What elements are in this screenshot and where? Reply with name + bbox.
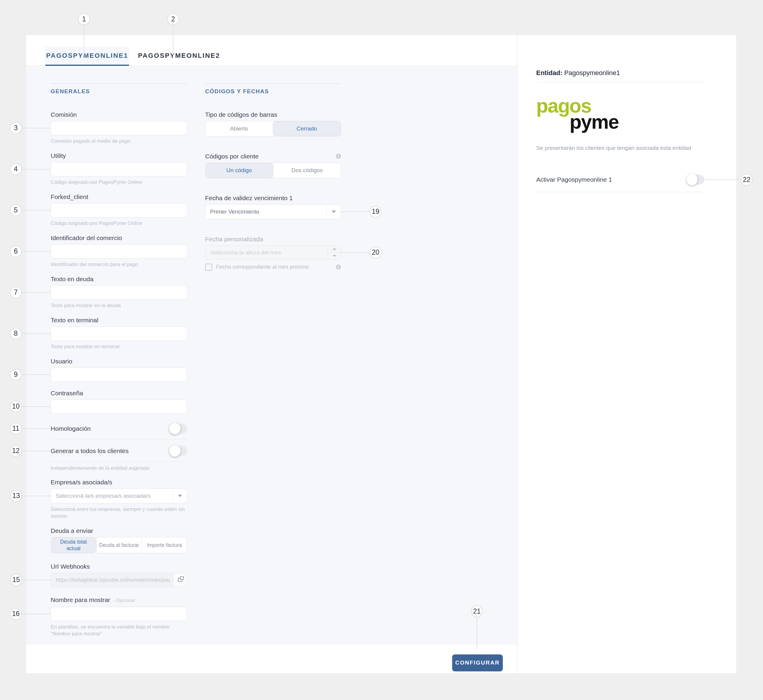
tab-pagospymeonline1[interactable]: PAGOSPYMEONLINE1 — [45, 47, 129, 66]
field-helper: Comisión pagada al medio de pago — [51, 138, 187, 144]
info-icon[interactable]: i — [336, 154, 341, 159]
annotation-line-7 — [21, 292, 51, 293]
fecha-validez-select[interactable]: Primer Vencimiento 19 — [205, 204, 341, 219]
segment-option-cerrado[interactable]: Cerrado — [273, 121, 341, 136]
settings-card: PAGOSPYMEONLINE1 PAGOSPYMEONLINE2 GENERA… — [26, 35, 736, 673]
toggle-row-generar-a-todos-los-clientes: Generar a todos los clientes12 — [51, 444, 187, 462]
segment-option-deuda-total-actual[interactable]: Deuda total actual — [51, 538, 96, 553]
form-content: GENERALES Comisión3Comisión pagada al me… — [26, 66, 517, 645]
configurar-button[interactable]: CONFIGURAR — [452, 655, 503, 672]
empresa-label: Empresa/s asociada/s — [51, 478, 187, 486]
annotation-badge-11: 11 — [10, 423, 22, 434]
annotation-line-21 — [476, 617, 477, 649]
field-group-codigos-cliente: Códigos por cliente i Un códigoDos códig… — [205, 153, 341, 178]
annotation-badge-20: 20 — [370, 247, 381, 259]
field-group-tipo-codigos: Tipo de códigos de barras AbiertoCerrado… — [205, 111, 341, 136]
pagospyme-logo: pagos pyme — [536, 96, 661, 143]
tipo-codigos-segmented-control: AbiertoCerrado17 — [205, 121, 341, 136]
segment-option-deuda-al-facturar[interactable]: Deuda al facturar — [96, 538, 142, 553]
field-label: Contraseña — [51, 389, 187, 397]
field-group-texto-en-terminal: Texto en terminal8Texto para mostrar en … — [51, 316, 187, 350]
toggle-label: Homologación — [51, 425, 91, 432]
chevron-down-icon — [172, 489, 187, 503]
field-group-fecha-personalizada: Fecha personalizada Selecciona la altura… — [205, 235, 341, 271]
footer-bar: CONFIGURAR — [26, 645, 517, 673]
texto-en-deuda-input[interactable] — [51, 285, 187, 300]
homologaci-n-toggle[interactable] — [170, 423, 187, 434]
tab-pagospymeonline2[interactable]: PAGOSPYMEONLINE2 — [129, 47, 229, 66]
annotation-badge-5: 5 — [10, 204, 22, 216]
annotation-line-1 — [84, 25, 85, 55]
webhooks-label: Url Webhooks — [51, 562, 187, 570]
field-group-fecha-validez: Fecha de validez vencimiento 1 Primer Ve… — [205, 194, 341, 219]
usuario-input[interactable] — [51, 367, 187, 382]
utility-input[interactable] — [51, 162, 187, 177]
main-panel: PAGOSPYMEONLINE1 PAGOSPYMEONLINE2 GENERA… — [26, 35, 517, 673]
annotation-badge-4: 4 — [10, 163, 22, 175]
section-title-generales: GENERALES — [51, 88, 187, 95]
info-icon[interactable]: i — [336, 264, 341, 270]
annotation-line-12 — [21, 451, 51, 451]
annotation-badge-21: 21 — [471, 605, 483, 617]
segment-option-importe-factura[interactable]: Importe factura — [142, 538, 187, 553]
field-group-contrase-a: Contraseña10 — [51, 389, 187, 414]
annotation-line-5 — [21, 210, 51, 211]
entity-title: Entidad: Pagospymeonline1 — [536, 69, 704, 82]
annotation-badge-3: 3 — [10, 122, 22, 134]
toggle-helper: Independientemente de la entidad asginad… — [51, 465, 187, 471]
field-group-empresa: Empresa/s asociada/s Seleccioná la/s emp… — [51, 478, 187, 519]
field-group-deuda: Deuda a enviar Deuda total actualDeuda a… — [51, 527, 187, 553]
copy-button[interactable] — [173, 573, 187, 587]
tab-bar: PAGOSPYMEONLINE1 PAGOSPYMEONLINE2 — [26, 35, 517, 66]
generar-a-todos-los-clientes-toggle[interactable] — [170, 446, 187, 456]
field-helper: Texto para mostrar en la deuda — [51, 302, 187, 309]
contrase-a-input[interactable] — [51, 400, 187, 414]
mes-proximo-row: Fecha correspondiente al mes próximo i — [205, 264, 341, 271]
segment-option-abierto[interactable]: Abierto — [205, 121, 273, 136]
section-divider — [51, 83, 187, 84]
annotation-badge-7: 7 — [10, 287, 22, 298]
deuda-label: Deuda a enviar — [51, 527, 187, 535]
annotation-line-9 — [21, 374, 51, 375]
annotation-line-4 — [21, 169, 51, 169]
fecha-personalizada-label: Fecha personalizada — [205, 235, 341, 243]
fecha-validez-value: Primer Vencimiento — [210, 208, 259, 215]
nombre-input[interactable] — [51, 607, 187, 621]
empresa-helper: Seleccioná entre tus empresas, siempre y… — [51, 506, 187, 519]
number-spinner — [327, 246, 341, 259]
annotation-badge-1: 1 — [78, 13, 90, 25]
empresa-select[interactable]: Seleccioná la/s empresa/s asociada/s 13 — [51, 489, 187, 503]
identificador-del-comercio-input[interactable] — [51, 244, 187, 259]
webhooks-value: https://betaglobal.ispcube.online/webhoo… — [56, 577, 169, 583]
segment-option-dos-c-digos[interactable]: Dos códigos — [273, 163, 341, 178]
field-group-utility: Utility4Código asignado por PagosPyme On… — [51, 152, 187, 186]
codigos-cliente-label: Códigos por cliente — [205, 153, 259, 160]
forked-client-input[interactable] — [51, 203, 187, 217]
field-group-identificador-del-comercio: Identificador del comercio6Identificador… — [51, 234, 187, 268]
field-label: Comisión — [51, 111, 187, 119]
annotation-line-8 — [21, 333, 51, 334]
annotation-badge-8: 8 — [10, 328, 22, 339]
deuda-segmented-control: Deuda total actualDeuda al facturarImpor… — [51, 537, 187, 553]
mes-proximo-label: Fecha correspondiente al mes próximo — [216, 264, 309, 270]
nombre-label: Nombre para mostrar- Opcional — [51, 596, 187, 605]
field-helper: Identificador del comercio para el pago — [51, 261, 187, 268]
spinner-down-icon — [328, 253, 341, 259]
segment-option-un-c-digo[interactable]: Un código — [205, 163, 273, 178]
spinner-up-icon — [328, 246, 341, 253]
annotation-badge-6: 6 — [10, 245, 22, 257]
field-group-comisi-n: Comisión3Comisión pagada al medio de pag… — [51, 111, 187, 144]
annotation-badge-2: 2 — [167, 13, 179, 25]
nombre-helper: En plantillas, se encuentra la variable … — [51, 623, 187, 637]
activar-label: Activar Pagospymeonline 1 — [536, 176, 612, 183]
field-label: Texto en deuda — [51, 275, 187, 283]
field-group-forked-client: Forked_client5Código asignado por PagosP… — [51, 193, 187, 227]
annotation-line-19 — [341, 211, 370, 212]
empresa-placeholder: Seleccioná la/s empresa/s asociada/s — [56, 493, 150, 499]
comisi-n-input[interactable] — [51, 121, 187, 135]
fecha-personalizada-input: Selecciona la altura del mes 20 — [205, 245, 341, 260]
annotation-line-17 — [341, 128, 341, 129]
texto-en-terminal-input[interactable] — [51, 327, 187, 341]
column-generales: GENERALES Comisión3Comisión pagada al me… — [51, 83, 187, 645]
field-helper: Texto para mostrar en terminal — [51, 343, 187, 350]
